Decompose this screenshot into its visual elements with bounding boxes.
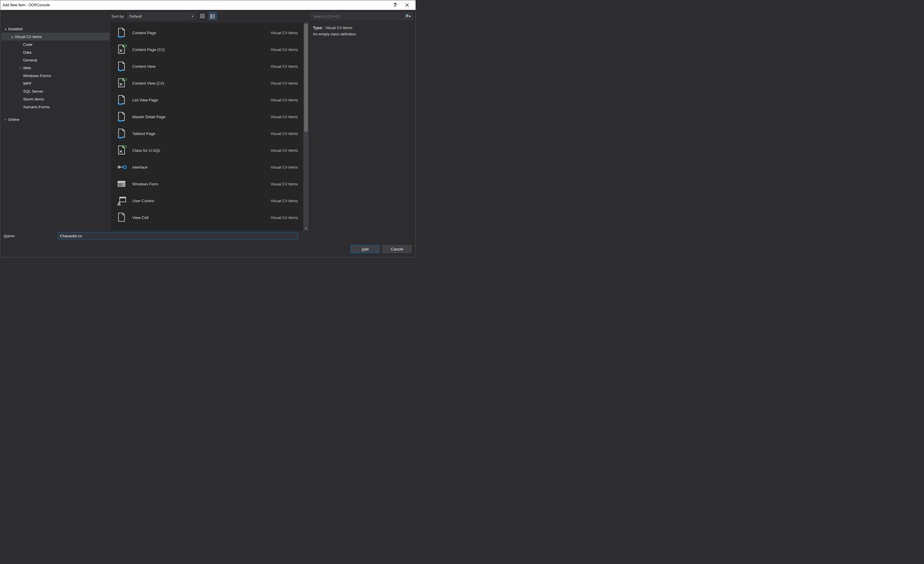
preview-description: An empty class definition	[313, 32, 411, 36]
svg-rect-2	[200, 14, 202, 16]
tree-arrow-icon	[3, 27, 8, 31]
tree-node-label: Data	[23, 50, 31, 55]
tree-node-label: General	[23, 58, 37, 62]
dialog-title: Add New Item - OOPConsole	[3, 3, 389, 7]
template-item[interactable]: Windows FormVisual C# Items	[111, 176, 303, 192]
tree-node[interactable]: General	[2, 56, 110, 64]
svg-rect-5	[203, 16, 204, 18]
file-xaml-icon: <>	[116, 27, 127, 38]
template-item-category: Visual C# Items	[271, 115, 298, 119]
help-button[interactable]: ?	[389, 0, 401, 10]
tree-arrow-icon	[10, 35, 14, 38]
template-item-name: Content View	[132, 64, 271, 69]
cancel-button[interactable]: Cancel	[382, 245, 411, 253]
add-button[interactable]: Add	[351, 245, 380, 253]
template-item[interactable]: User ControlVisual C# Items	[111, 192, 303, 209]
tree-node-label: Online	[8, 117, 20, 122]
tree-node[interactable]: Online	[2, 116, 110, 123]
tree-node-label: Web	[23, 66, 31, 70]
template-item-category: Visual C# Items	[271, 148, 298, 153]
scrollbar-thumb[interactable]	[304, 24, 308, 132]
template-item-category: Visual C# Items	[271, 98, 298, 102]
svg-rect-7	[212, 15, 215, 15]
search-box[interactable]: 🔎▾	[311, 13, 413, 20]
tree-node-label: Code	[23, 42, 32, 47]
tree-node-label: Installed	[8, 27, 22, 31]
sort-dropdown[interactable]: Default ▼	[127, 13, 196, 20]
tree-node-label: Xamarin.Forms	[23, 105, 50, 109]
svg-point-30	[118, 166, 121, 169]
template-item-category: Visual C# Items	[271, 182, 298, 186]
svg-text:C#: C#	[123, 44, 127, 48]
file-cs-icon: C#	[116, 44, 127, 55]
template-item-category: Visual C# Items	[271, 47, 298, 52]
svg-rect-11	[212, 18, 215, 18]
template-item-category: Visual C# Items	[271, 81, 298, 86]
tree-node[interactable]: Visual C# Items	[2, 33, 110, 40]
template-item[interactable]: <>Master Detail PageVisual C# Items	[111, 108, 303, 125]
template-item-name: Class for U-SQL	[132, 148, 271, 153]
file-cs-icon: C#	[116, 78, 127, 88]
template-item-category: Visual C# Items	[271, 31, 298, 35]
template-list[interactable]: <>Content PageVisual C# ItemsC#Content P…	[111, 22, 303, 231]
close-icon	[405, 3, 409, 7]
template-item[interactable]: <>List View PageVisual C# Items	[111, 92, 303, 108]
svg-text:C#: C#	[123, 78, 127, 82]
file-xaml-icon: <>	[116, 61, 127, 72]
titlebar: Add New Item - OOPConsole ?	[0, 0, 416, 10]
tree-node[interactable]: Windows Forms	[2, 72, 110, 80]
svg-rect-8	[211, 16, 212, 17]
svg-text:>: >	[122, 34, 124, 38]
tree-node[interactable]: SQL Server	[2, 87, 110, 95]
file-plain-icon	[116, 212, 127, 223]
view-medium-icons-button[interactable]	[199, 12, 206, 20]
svg-rect-38	[120, 197, 126, 198]
svg-rect-34	[118, 181, 125, 182]
template-list-panel: <>Content PageVisual C# ItemsC#Content P…	[111, 22, 309, 231]
sort-label: Sort by:	[111, 14, 125, 19]
template-item-category: Visual C# Items	[271, 215, 298, 220]
template-item[interactable]: <>Content ViewVisual C# Items	[111, 58, 303, 75]
svg-rect-6	[211, 14, 212, 15]
view-small-icons-button[interactable]	[209, 12, 217, 20]
tree-node[interactable]: Storm Items	[2, 95, 110, 103]
template-item[interactable]: View CellVisual C# Items	[111, 209, 303, 226]
scrollbar[interactable]: ▼	[303, 22, 309, 231]
svg-text:>: >	[122, 101, 124, 105]
close-button[interactable]	[401, 0, 413, 10]
svg-rect-13	[119, 36, 122, 38]
template-item-category: Visual C# Items	[271, 64, 298, 69]
tree-arrow-icon	[3, 118, 8, 121]
category-tree[interactable]: InstalledVisual C# ItemsCodeDataGeneralW…	[0, 22, 111, 231]
toolbar: Sort by: Default ▼ 🔎▾	[0, 10, 416, 22]
svg-rect-35	[118, 184, 122, 184]
template-item[interactable]: C#Class for U-SQLVisual C# Items	[111, 142, 303, 159]
template-item[interactable]: InterfaceVisual C# Items	[111, 159, 303, 176]
search-input[interactable]	[313, 14, 403, 19]
tree-node-label: Storm Items	[23, 97, 44, 101]
tree-node[interactable]: Installed	[2, 25, 110, 33]
name-input[interactable]	[58, 232, 298, 239]
file-cs-icon: C#	[116, 145, 127, 156]
template-item-name: Windows Form	[132, 182, 271, 186]
template-item[interactable]: <>Tabbed PageVisual C# Items	[111, 125, 303, 142]
chevron-down-icon: ▼	[191, 15, 194, 18]
form-icon	[116, 178, 127, 189]
svg-rect-10	[211, 17, 212, 18]
template-item[interactable]: C#Content View (C#)Visual C# Items	[111, 75, 303, 92]
interface-icon	[116, 162, 127, 172]
tree-node[interactable]: Xamarin.Forms	[2, 103, 110, 111]
tree-node[interactable]: Data	[2, 48, 110, 56]
template-item[interactable]: <>Content PageVisual C# Items	[111, 24, 303, 41]
template-item-name: User Control	[132, 199, 271, 203]
name-bar: Name:	[0, 231, 416, 241]
tree-node[interactable]: WPF	[2, 80, 110, 87]
search-icon[interactable]: 🔎▾	[404, 14, 411, 19]
tree-node[interactable]: Code	[2, 40, 110, 48]
footer: Add Cancel	[0, 241, 416, 257]
tree-node[interactable]: Web	[2, 64, 110, 72]
description-panel: Type: Visual C# Items An empty class def…	[309, 22, 416, 231]
template-item[interactable]: C#Content Page (C#)Visual C# Items	[111, 41, 303, 58]
scrollbar-down-icon[interactable]: ▼	[303, 227, 309, 230]
list-icon	[210, 14, 215, 19]
